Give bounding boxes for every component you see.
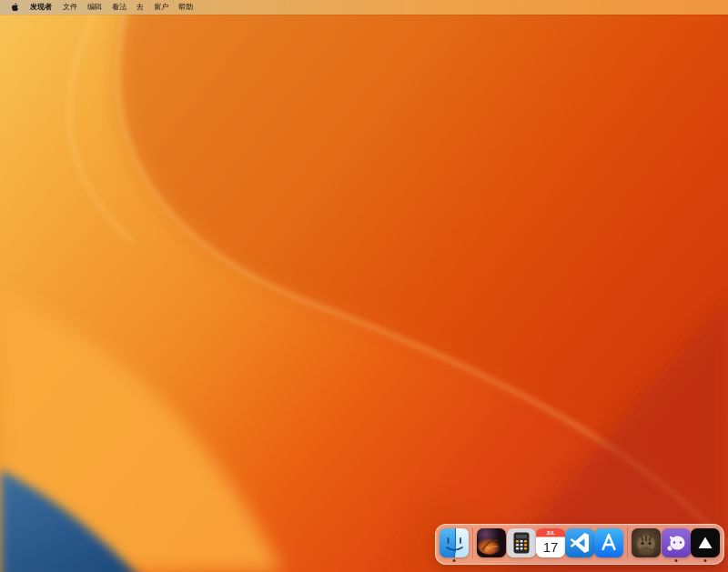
running-indicator xyxy=(703,559,706,562)
dock-item-calculator[interactable] xyxy=(506,524,535,565)
apple-menu[interactable] xyxy=(7,2,19,14)
menu-item-app-name[interactable]: 发现者 xyxy=(28,0,54,15)
menu-item-file[interactable]: 文件 xyxy=(61,0,79,15)
dock: JUL 17 xyxy=(435,524,724,565)
dock-item-triangle-app[interactable] xyxy=(691,524,720,565)
apple-logo-icon xyxy=(9,2,18,13)
cat-photo-icon xyxy=(632,528,661,557)
dark-ventura-wallpaper-icon xyxy=(477,528,506,557)
dock-separator xyxy=(472,527,473,558)
svg-text:JUL: JUL xyxy=(546,530,554,536)
calendar-icon: JUL 17 xyxy=(536,528,565,557)
calculator-icon xyxy=(507,528,536,557)
vscode-icon xyxy=(565,528,594,557)
dock-item-app-store[interactable] xyxy=(594,524,623,565)
menu-item-help[interactable]: 帮助 xyxy=(177,0,195,15)
svg-text:17: 17 xyxy=(542,539,558,555)
dock-item-dark-wallpaper-app[interactable] xyxy=(477,524,506,565)
dock-item-calendar[interactable]: JUL 17 xyxy=(536,524,565,565)
menu-item-go[interactable]: 去 xyxy=(135,0,146,15)
dock-item-github-desktop[interactable] xyxy=(662,524,691,565)
app-store-icon xyxy=(594,528,623,557)
menu-item-view[interactable]: 看法 xyxy=(110,0,128,15)
running-indicator xyxy=(453,559,456,562)
menu-item-window[interactable]: 窗户 xyxy=(152,0,170,15)
white-triangle-icon xyxy=(691,528,720,557)
desktop-wallpaper xyxy=(0,0,728,572)
menu-bar: 发现者 文件 编辑 看法 去 窗户 帮助 xyxy=(0,0,728,15)
running-indicator xyxy=(674,559,677,562)
dock-item-finder[interactable] xyxy=(440,524,469,565)
dock-separator xyxy=(627,527,628,558)
menu-item-edit[interactable]: 编辑 xyxy=(86,0,104,15)
dock-item-vscode[interactable] xyxy=(565,524,594,565)
ventura-wallpaper-graphic xyxy=(0,0,728,572)
finder-icon xyxy=(440,528,469,557)
dock-item-cat-photo-app[interactable] xyxy=(632,524,661,565)
macos-desktop: 发现者 文件 编辑 看法 去 窗户 帮助 xyxy=(0,0,728,572)
github-octocat-icon xyxy=(662,528,691,557)
